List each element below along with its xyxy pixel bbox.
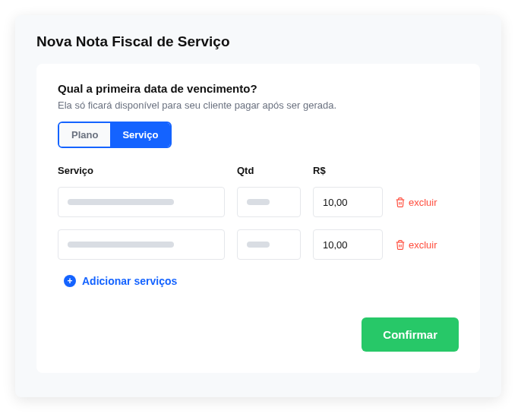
delete-button[interactable]: excluir xyxy=(395,197,437,208)
placeholder-skeleton xyxy=(68,242,174,248)
section-subtitle: Ela só ficará disponível para seu client… xyxy=(58,99,459,111)
tabs: Plano Serviço xyxy=(58,122,172,148)
tab-plano[interactable]: Plano xyxy=(59,123,110,147)
service-input[interactable] xyxy=(58,229,225,260)
service-input[interactable] xyxy=(58,187,225,217)
add-services-label: Adicionar serviços xyxy=(82,275,177,287)
table-row: excluir xyxy=(58,187,459,217)
qty-input[interactable] xyxy=(237,187,301,217)
section-heading: Qual a primeira data de vencimento? xyxy=(58,82,459,95)
price-input[interactable] xyxy=(313,187,383,217)
header-qty: Qtd xyxy=(237,165,301,176)
delete-label: excluir xyxy=(409,239,437,251)
delete-button[interactable]: excluir xyxy=(395,239,437,251)
invoice-form-card: Nova Nota Fiscal de Serviço Qual a prime… xyxy=(15,15,501,397)
placeholder-skeleton xyxy=(68,199,174,205)
table-header: Serviço Qtd R$ xyxy=(58,165,459,176)
trash-icon xyxy=(395,197,406,208)
qty-input[interactable] xyxy=(237,229,301,260)
page-title: Nova Nota Fiscal de Serviço xyxy=(36,33,480,50)
placeholder-skeleton xyxy=(247,242,270,248)
price-input[interactable] xyxy=(313,229,383,260)
placeholder-skeleton xyxy=(247,199,270,205)
form-footer: Confirmar xyxy=(58,317,459,352)
plus-icon: + xyxy=(64,275,76,287)
confirm-button[interactable]: Confirmar xyxy=(362,317,459,352)
form-panel: Qual a primeira data de vencimento? Ela … xyxy=(36,64,480,373)
delete-label: excluir xyxy=(409,197,437,208)
tab-servico[interactable]: Serviço xyxy=(110,123,170,147)
add-services-button[interactable]: + Adicionar serviços xyxy=(64,275,177,287)
table-row: excluir xyxy=(58,229,459,260)
header-service: Serviço xyxy=(58,165,225,176)
header-price: R$ xyxy=(313,165,383,176)
trash-icon xyxy=(395,239,406,251)
